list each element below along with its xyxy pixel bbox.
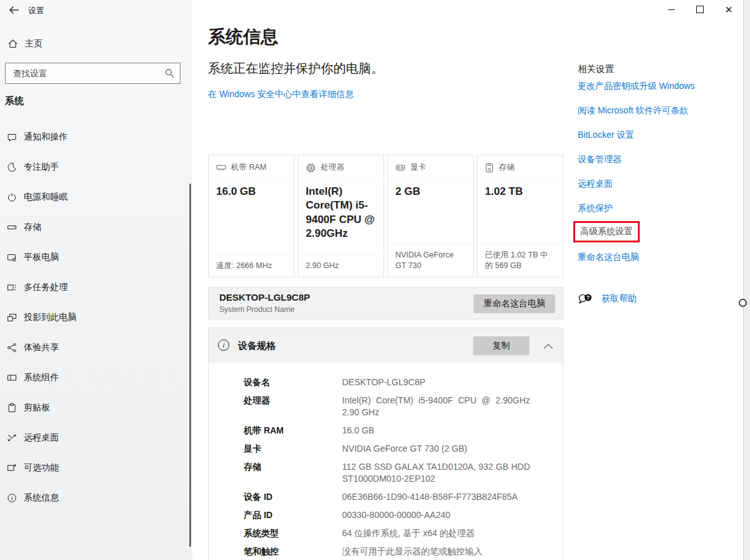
about-icon <box>6 493 18 503</box>
device-name-panel: DESKTOP-LGL9C8P System Product Name 重命名这… <box>208 287 563 319</box>
change-product-key-link[interactable]: 更改产品密钥或升级 Windows <box>578 81 695 92</box>
sidebar-nav: 通知和操作 专注助手 电源和睡眠 存储 平板电脑 多任务处理 <box>0 122 190 513</box>
maximize-icon <box>696 6 704 13</box>
sidebar-item-label: 远程桌面 <box>24 432 59 443</box>
gpu-icon <box>395 163 405 172</box>
sidebar-item-label: 系统组件 <box>24 372 59 383</box>
spec-cards: 机带 RAM 16.0 GB 速度: 2666 MHz 处理器 Intel(R)… <box>208 155 563 277</box>
sidebar-item-label: 多任务处理 <box>24 282 68 293</box>
sidebar-item-clipboard[interactable]: 剪贴板 <box>0 393 190 423</box>
minimize-button[interactable] <box>657 0 685 19</box>
spec-row: 系统类型 64 位操作系统, 基于 x64 的处理器 <box>244 527 563 539</box>
power-sleep-icon <box>6 192 18 202</box>
close-button[interactable]: × <box>714 0 743 19</box>
sidebar-item-label: 系统信息 <box>24 492 59 504</box>
sidebar-item-storage[interactable]: 存储 <box>0 212 190 242</box>
storage-card: 存储 1.02 TB 已使用 1.02 TB 中的 569 GB <box>477 155 563 277</box>
system-protection-link[interactable]: 系统保护 <box>578 203 613 214</box>
sidebar-item-label: 投影到此电脑 <box>24 312 76 323</box>
get-help-label: 获取帮助 <box>602 293 637 304</box>
clipboard-icon <box>6 403 18 413</box>
related-settings-header: 相关设置 <box>578 63 614 75</box>
info-icon: i <box>218 340 229 351</box>
rename-pc-link[interactable]: 重命名这台电脑 <box>578 252 639 263</box>
sidebar-item-power-sleep[interactable]: 电源和睡眠 <box>0 182 190 212</box>
minimize-icon <box>668 9 675 10</box>
sidebar-item-label: 平板电脑 <box>24 252 59 263</box>
maximize-button[interactable] <box>685 0 714 19</box>
device-specs-panel: i 设备规格 复制 设备名 DESKTOP-LGL9C8P 处理器 Intel(… <box>208 328 563 560</box>
projecting-icon <box>6 313 18 323</box>
sidebar-item-about[interactable]: 系统信息 <box>0 483 190 513</box>
system-components-icon <box>6 373 18 383</box>
copy-button[interactable]: 复制 <box>473 336 529 355</box>
sidebar-item-label: 电源和睡眠 <box>24 192 68 203</box>
card-value: Intel(R) Core(TM) i5-9400F CPU @ 2.90GHz <box>298 179 383 241</box>
gpu-card: 显卡 2 GB NVIDIA GeForce GT 730 <box>387 155 474 277</box>
window-scrollbar[interactable] <box>743 0 750 560</box>
card-value: 1.02 TB <box>477 179 563 199</box>
rename-pc-button[interactable]: 重命名这台电脑 <box>474 294 555 313</box>
spec-row: 处理器 Intel(R) Core(TM) i5-9400F CPU @ 2.9… <box>244 395 563 418</box>
remote-desktop-icon <box>6 433 18 443</box>
sidebar-item-system-components[interactable]: 系统组件 <box>0 363 190 393</box>
sidebar-item-notifications[interactable]: 通知和操作 <box>0 122 190 152</box>
svg-text:?: ? <box>586 294 590 301</box>
sidebar-item-label: 通知和操作 <box>24 132 68 143</box>
device-name: DESKTOP-LGL9C8P <box>219 292 310 303</box>
home-label: 主页 <box>25 38 43 49</box>
card-footer: 已使用 1.02 TB 中的 569 GB <box>477 244 563 277</box>
search-icon <box>165 68 175 79</box>
advanced-system-settings-link[interactable]: 高级系统设置 <box>573 221 640 242</box>
multitasking-icon <box>6 283 18 293</box>
card-footer: NVIDIA GeForce GT 730 <box>388 244 473 277</box>
sidebar-item-label: 专注助手 <box>24 162 59 173</box>
card-label: 机带 RAM <box>231 162 266 173</box>
focus-assist-icon <box>6 162 18 172</box>
optional-features-icon <box>6 463 18 473</box>
notifications-icon <box>6 132 18 142</box>
sidebar-item-projecting[interactable]: 投影到此电脑 <box>0 303 190 333</box>
sidebar-item-optional-features[interactable]: 可选功能 <box>0 453 190 483</box>
license-terms-link[interactable]: 阅读 Microsoft 软件许可条款 <box>578 105 689 117</box>
chevron-up-icon[interactable] <box>544 344 553 353</box>
spec-row: 显卡 NVIDIA GeForce GT 730 (2 GB) <box>244 443 563 455</box>
sidebar-item-tablet[interactable]: 平板电脑 <box>0 242 190 272</box>
sidebar: 主页 系统 通知和操作 专注助手 电源和睡眠 存储 <box>0 0 192 560</box>
spec-row: 笔和触控 没有可用于此显示器的笔或触控输入 <box>244 546 563 557</box>
device-specs-header: i 设备规格 复制 <box>209 328 563 363</box>
specs-table: 设备名 DESKTOP-LGL9C8P 处理器 Intel(R) Core(TM… <box>209 363 563 557</box>
sidebar-scrollbar[interactable] <box>189 184 191 547</box>
settings-window: 主页 系统 通知和操作 专注助手 电源和睡眠 存储 <box>0 0 750 560</box>
storage-icon <box>6 222 18 232</box>
sidebar-item-home[interactable]: 主页 <box>8 38 43 49</box>
back-button[interactable] <box>8 5 22 16</box>
card-label: 存储 <box>499 162 514 173</box>
remote-desktop-link[interactable]: 远程桌面 <box>578 179 613 190</box>
page-subtitle: 系统正在监控并保护你的电脑。 <box>208 60 383 77</box>
close-icon: × <box>725 3 732 16</box>
cpu-icon <box>306 163 316 173</box>
windows-security-link[interactable]: 在 Windows 安全中心中查看详细信息 <box>208 89 354 100</box>
ram-icon <box>216 163 226 172</box>
sidebar-item-multitasking[interactable]: 多任务处理 <box>0 272 190 303</box>
get-help-link[interactable]: ? 获取帮助 <box>578 293 637 305</box>
spec-row: 机带 RAM 16.0 GB <box>244 425 563 437</box>
sidebar-section-system: 系统 <box>5 95 24 107</box>
bitlocker-link[interactable]: BitLocker 设置 <box>578 130 634 141</box>
sidebar-item-focus-assist[interactable]: 专注助手 <box>0 152 190 182</box>
help-icon: ? <box>578 293 593 305</box>
card-footer: 速度: 2666 MHz <box>209 254 294 277</box>
spec-row: 存储 112 GB SSD GALAX TA1D0120A, 932 GB HD… <box>244 461 563 485</box>
sidebar-item-remote-desktop[interactable]: 远程桌面 <box>0 423 190 453</box>
sidebar-item-label: 存储 <box>24 222 41 233</box>
card-value: 2 GB <box>388 179 473 199</box>
window-title: 设置 <box>28 6 44 16</box>
sidebar-item-label: 剪贴板 <box>24 402 50 413</box>
home-icon <box>8 39 18 49</box>
device-manager-link[interactable]: 设备管理器 <box>578 154 622 165</box>
search-input[interactable] <box>6 63 180 83</box>
shared-experiences-icon <box>6 343 18 353</box>
spec-row: 设备 ID 06E36B66-1D90-4148-B58F-F773B824F8… <box>244 491 563 503</box>
sidebar-item-shared-experiences[interactable]: 体验共享 <box>0 333 190 363</box>
